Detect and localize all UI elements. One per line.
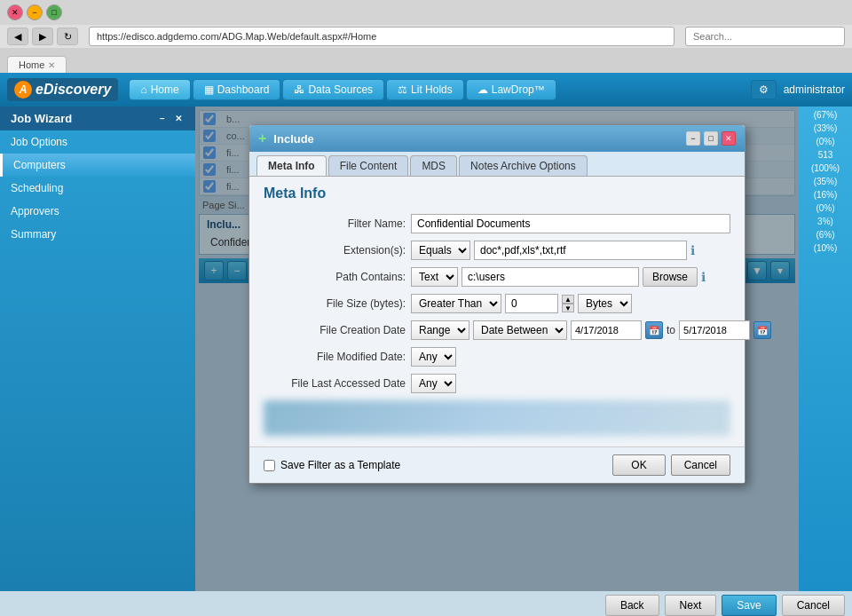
sidebar-item-job-options[interactable]: Job Options [0, 130, 195, 154]
forward-nav-btn[interactable]: ▶ [32, 28, 53, 45]
sidebar-title: Job Wizard − ✕ [0, 107, 195, 130]
save-btn[interactable]: Save [722, 595, 776, 616]
app-logo-icon: A [14, 81, 32, 99]
cancel-btn[interactable]: Cancel [782, 595, 845, 616]
file-size-spinner[interactable]: ▲ ▼ [562, 295, 574, 312]
browser-tab-home[interactable]: Home ✕ [7, 56, 67, 73]
file-last-accessed-date-row: File Last Accessed Date Any [264, 374, 730, 393]
sidebar-title-icons: − ✕ [156, 113, 185, 125]
file-creation-date-field: Range Date Between 📅 to [411, 320, 771, 340]
save-template-label: Save Filter as a Template [280, 459, 400, 471]
file-creation-from-calendar-icon[interactable]: 📅 [645, 321, 663, 339]
address-text: https://edisco.adgdemo.com/ADG.Map.Web/d… [97, 31, 376, 42]
tab-close-icon[interactable]: ✕ [48, 60, 55, 70]
path-type-select[interactable]: Text [411, 267, 458, 287]
file-creation-from-field: 📅 [571, 320, 663, 340]
nav-home-btn[interactable]: ⌂ Home [129, 79, 190, 100]
modal-close-btn[interactable]: ✕ [722, 131, 736, 146]
sidebar-close-icon[interactable]: ✕ [172, 113, 185, 125]
window-controls: ✕ − □ [7, 4, 62, 20]
blurred-preview-area [264, 400, 730, 436]
sidebar-item-computers[interactable]: Computers [0, 154, 195, 177]
nav-data-sources-icon: 🖧 [294, 83, 304, 96]
modal-section-title: Meta Info [249, 177, 745, 207]
extensions-info-icon[interactable]: ℹ [690, 243, 695, 257]
right-panel-stat-1: (67%) [814, 110, 838, 120]
sidebar-item-scheduling[interactable]: Scheduling [0, 177, 195, 200]
file-size-unit-select[interactable]: Bytes [578, 294, 632, 313]
file-creation-to-input[interactable] [679, 320, 750, 340]
nav-lawdrop-btn[interactable]: ☁ LawDrop™ [466, 79, 556, 100]
maximize-window-btn[interactable]: □ [46, 4, 62, 20]
back-btn[interactable]: Back [605, 595, 659, 616]
action-bar: Back Next Save Cancel [0, 591, 852, 616]
filter-name-input[interactable] [411, 214, 730, 233]
app-logo: A eDiscovery [7, 78, 118, 101]
spinner-down-btn[interactable]: ▼ [562, 304, 574, 312]
file-size-value-input[interactable] [505, 294, 558, 313]
settings-btn[interactable]: ⚙ [751, 80, 777, 99]
sidebar-item-approvers[interactable]: Approvers [0, 200, 195, 223]
file-modified-date-row: File Modified Date: Any [264, 347, 730, 367]
extensions-value-input[interactable] [474, 241, 687, 260]
modal-titlebar: + Include − □ ✕ [249, 125, 745, 152]
right-panel-stat-11: (10%) [814, 243, 838, 253]
browse-btn[interactable]: Browse [643, 267, 698, 287]
sidebar-title-text: Job Wizard [11, 112, 72, 125]
file-last-accessed-select[interactable]: Any [411, 374, 456, 393]
right-panel-stat-10: (6%) [816, 230, 834, 240]
to-label: to [667, 324, 675, 336]
filter-name-field [411, 214, 730, 233]
next-btn[interactable]: Next [665, 595, 717, 616]
extensions-operator-select[interactable]: Equals [411, 241, 470, 260]
nav-data-sources-btn[interactable]: 🖧 Data Sources [282, 79, 384, 100]
file-creation-range-select[interactable]: Range [411, 320, 469, 340]
sidebar-minimize-icon[interactable]: − [156, 113, 169, 125]
address-bar[interactable]: https://edisco.adgdemo.com/ADG.Map.Web/d… [89, 27, 674, 46]
sidebar-item-job-options-label: Job Options [11, 136, 67, 148]
close-window-btn[interactable]: ✕ [7, 4, 23, 20]
modal-maximize-btn[interactable]: □ [704, 131, 718, 146]
save-template-checkbox[interactable] [264, 460, 275, 471]
modal-title: + Include [258, 130, 314, 146]
file-size-row: File Size (bytes): Greater Than ▲ ▼ [264, 294, 730, 313]
nav-lit-holds-icon: ⚖ [398, 83, 407, 96]
nav-dashboard-label: Dashboard [217, 83, 270, 96]
sidebar-item-approvers-label: Approvers [11, 205, 59, 217]
file-size-operator-select[interactable]: Greater Than [411, 294, 501, 313]
tab-file-content[interactable]: File Content [328, 155, 409, 176]
nav-lawdrop-icon: ☁ [477, 83, 488, 96]
browser-search-input[interactable] [685, 27, 845, 46]
right-panel-stat-6: (35%) [814, 177, 838, 186]
modal-cancel-btn[interactable]: Cancel [671, 454, 730, 476]
browser-chrome: ✕ − □ ◀ ▶ ↻ https://edisco.adgdemo.com/A… [0, 0, 852, 73]
sidebar-item-scheduling-label: Scheduling [11, 182, 63, 194]
minimize-window-btn[interactable]: − [27, 4, 43, 20]
tab-meta-info[interactable]: Meta Info [256, 155, 327, 176]
ok-btn[interactable]: OK [612, 454, 665, 476]
path-info-icon[interactable]: ℹ [701, 270, 706, 284]
tab-notes-archive-options[interactable]: Notes Archive Options [459, 155, 588, 176]
file-creation-from-input[interactable] [571, 320, 642, 340]
nav-dashboard-icon: ▦ [204, 83, 214, 96]
nav-lit-holds-btn[interactable]: ⚖ Lit Holds [386, 79, 464, 100]
file-creation-to-calendar-icon[interactable]: 📅 [753, 321, 771, 339]
file-creation-between-select[interactable]: Date Between [473, 320, 567, 340]
sidebar-item-summary-label: Summary [11, 228, 56, 241]
save-template-row: Save Filter as a Template [264, 459, 400, 471]
back-nav-btn[interactable]: ◀ [7, 28, 28, 45]
content-area: b... co... fi... fi... fi... Page Si... … [195, 107, 799, 591]
sidebar-item-summary[interactable]: Summary [0, 223, 195, 246]
nav-dashboard-btn[interactable]: ▦ Dashboard [193, 79, 281, 100]
nav-home-icon: ⌂ [140, 83, 146, 96]
main-layout: Job Wizard − ✕ Job Options Computers Sch… [0, 107, 852, 591]
tab-label: Home [19, 59, 44, 70]
path-contains-field: Text Browse ℹ [411, 267, 730, 287]
tab-mds[interactable]: MDS [410, 155, 457, 176]
modal-minimize-btn[interactable]: − [686, 131, 700, 146]
filter-name-label: Filter Name: [264, 217, 406, 230]
refresh-nav-btn[interactable]: ↻ [57, 28, 78, 45]
spinner-up-btn[interactable]: ▲ [562, 295, 574, 304]
path-value-input[interactable] [462, 267, 639, 287]
file-modified-select[interactable]: Any [411, 347, 456, 367]
